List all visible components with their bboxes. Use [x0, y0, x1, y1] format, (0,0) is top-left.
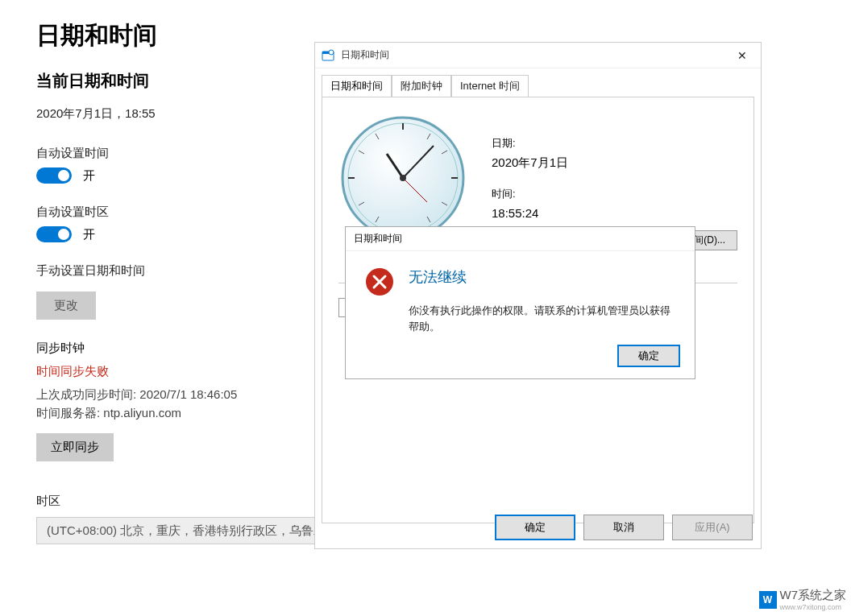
tab-datetime[interactable]: 日期和时间 — [322, 75, 392, 97]
timezone-value: (UTC+08:00) 北京，重庆，香港特别行政区，乌鲁木齐 — [47, 523, 338, 539]
tab-internet-time[interactable]: Internet 时间 — [451, 75, 529, 97]
date-label: 日期: — [492, 136, 568, 151]
dialog-title: 日期和时间 — [341, 48, 724, 62]
error-body: 你没有执行此操作的权限。请联系的计算机管理员以获得帮助。 — [409, 303, 675, 334]
sync-last-success: 上次成功同步时间: 2020/7/1 18:46:05 — [36, 386, 278, 404]
svg-point-20 — [400, 175, 406, 181]
section-current-datetime: 当前日期和时间 — [36, 70, 278, 92]
sync-fail-message: 时间同步失败 — [36, 364, 278, 379]
auto-time-label: 自动设置时间 — [36, 146, 278, 161]
error-icon — [365, 267, 394, 296]
error-ok-button[interactable]: 确定 — [617, 345, 680, 367]
error-dialog: 日期和时间 无法继续 你没有执行此操作的权限。请联系的计算机管理员以获得帮助。 … — [345, 226, 695, 379]
time-value: 18:55:24 — [492, 206, 568, 220]
auto-timezone-state: 开 — [83, 227, 95, 242]
watermark-logo-icon: W — [759, 591, 777, 609]
timezone-heading: 时区 — [36, 494, 278, 509]
date-value: 2020年7月1日 — [492, 155, 568, 171]
time-label: 时间: — [492, 187, 568, 201]
page-title: 日期和时间 — [36, 19, 278, 52]
error-dialog-title: 日期和时间 — [346, 227, 695, 251]
clock-icon — [338, 114, 467, 242]
manual-datetime-label: 手动设置日期和时间 — [36, 263, 278, 279]
sync-heading: 同步时钟 — [36, 341, 278, 356]
close-button[interactable]: ✕ — [724, 43, 761, 68]
tab-additional-clocks[interactable]: 附加时钟 — [392, 75, 451, 97]
change-datetime-button: 更改 — [36, 291, 96, 320]
dialog-titlebar[interactable]: 日期和时间 ✕ — [315, 43, 761, 68]
auto-time-toggle[interactable] — [36, 167, 72, 184]
sync-server: 时间服务器: ntp.aliyun.com — [36, 404, 278, 423]
watermark-text: W7系统之家 — [780, 588, 847, 602]
auto-timezone-toggle[interactable] — [36, 226, 72, 242]
dialog-apply-button: 应用(A) — [672, 515, 753, 540]
datetime-dialog: 日期和时间 ✕ 日期和时间 附加时钟 Internet 时间 — [314, 42, 762, 549]
auto-timezone-label: 自动设置时区 — [36, 205, 278, 220]
datetime-icon — [322, 49, 334, 62]
auto-time-state: 开 — [83, 168, 95, 184]
dialog-ok-button[interactable]: 确定 — [495, 515, 575, 540]
watermark-url: www.w7xitong.com — [780, 603, 847, 611]
sync-now-button[interactable]: 立即同步 — [36, 433, 114, 461]
dialog-cancel-button[interactable]: 取消 — [583, 515, 664, 540]
current-datetime: 2020年7月1日，18:55 — [36, 106, 278, 122]
error-heading: 无法继续 — [409, 267, 675, 287]
watermark: W W7系统之家 www.w7xitong.com — [759, 588, 847, 611]
svg-point-2 — [329, 50, 334, 55]
